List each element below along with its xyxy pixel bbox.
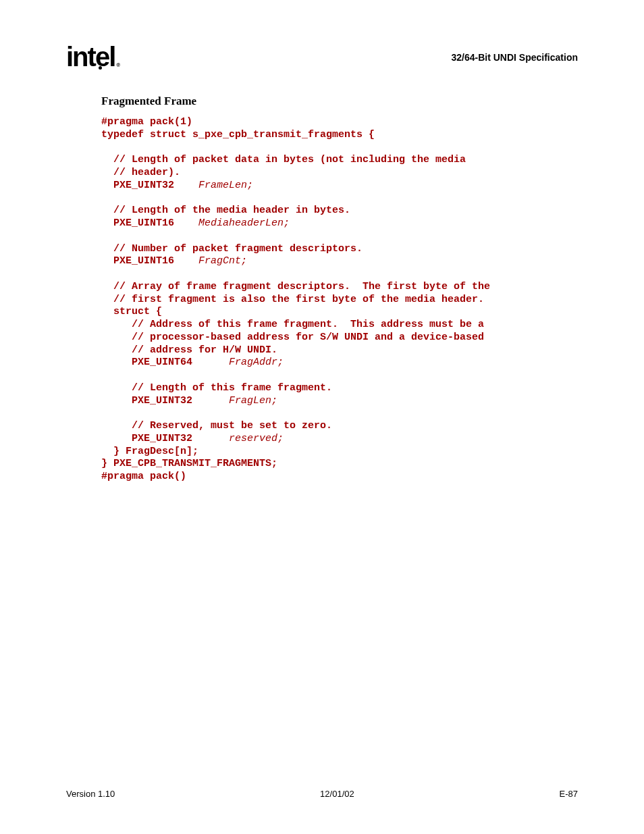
code-identifier: FragCnt; [198, 255, 247, 267]
code-line: // first fragment is also the first byte… [101, 294, 484, 305]
section-heading: Fragmented Frame [101, 95, 583, 108]
code-identifier: MediaheaderLen; [198, 217, 290, 229]
code-line: // Reserved, must be set to zero. [101, 420, 332, 432]
code-line: // Length of this frame fragment. [101, 382, 332, 394]
code-line: } FragDesc[n]; [101, 446, 198, 457]
code-line: // Array of frame fragment descriptors. … [101, 281, 490, 292]
code-line: // header). [101, 167, 180, 178]
code-line: // address for H/W UNDI. [101, 344, 277, 356]
code-line: PXE_UINT16 [101, 255, 198, 267]
code-identifier: FragLen; [229, 395, 277, 407]
code-line: PXE_UINT64 [101, 357, 229, 368]
content-area: Fragmented Frame #pragma pack(1) typedef… [101, 95, 583, 484]
doc-title: 32/64-Bit UNDI Specification [452, 52, 579, 63]
code-line: // Length of the media header in bytes. [101, 205, 350, 216]
code-line: typedef struct s_pxe_cpb_transmit_fragme… [101, 129, 375, 140]
footer-date: 12/01/02 [320, 789, 354, 799]
footer-page: E-87 [560, 789, 578, 799]
code-line: // processor-based address for S/W UNDI … [101, 332, 484, 343]
code-identifier: FragAddr; [229, 357, 284, 368]
page-footer: Version 1.10 12/01/02 E-87 [66, 789, 578, 799]
code-identifier: reserved; [229, 433, 284, 444]
code-listing: #pragma pack(1) typedef struct s_pxe_cpb… [101, 116, 583, 484]
code-line: #pragma pack() [101, 471, 186, 482]
code-identifier: FrameLen; [198, 180, 253, 191]
page-header: intel® 32/64-Bit UNDI Specification [66, 42, 578, 72]
code-line: PXE_UINT32 [101, 395, 229, 407]
code-line: } PXE_CPB_TRANSMIT_FRAGMENTS; [101, 458, 277, 469]
code-line: // Address of this frame fragment. This … [101, 319, 484, 330]
code-line: // Length of packet data in bytes (not i… [101, 154, 466, 165]
code-line: struct { [101, 306, 162, 317]
code-line: PXE_UINT32 [101, 433, 229, 444]
code-line: #pragma pack(1) [101, 116, 192, 128]
code-line: // Number of packet fragment descriptors… [101, 243, 363, 255]
code-line: PXE_UINT16 [101, 217, 198, 229]
code-line: PXE_UINT32 [101, 180, 198, 191]
footer-version: Version 1.10 [66, 789, 115, 799]
intel-logo: intel® [66, 42, 115, 72]
